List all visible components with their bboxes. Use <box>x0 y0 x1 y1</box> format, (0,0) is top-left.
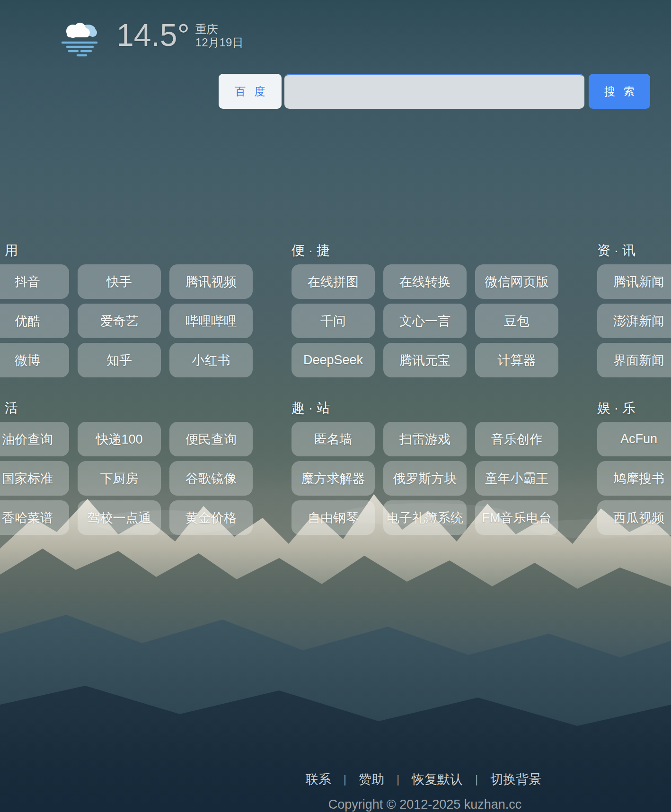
link-button[interactable]: 千问 <box>291 304 375 338</box>
footer-links: 联系 | 赞助 | 恢复默认 | 切换背景 <box>306 771 542 788</box>
link-button[interactable]: 扫雷游戏 <box>383 422 467 456</box>
section-title: 活 <box>0 401 253 415</box>
link-button[interactable]: 豆包 <box>475 304 558 338</box>
footer-link-contact[interactable]: 联系 <box>306 771 331 788</box>
section-title: 便 · 捷 <box>291 244 558 258</box>
link-button[interactable]: 音乐创作 <box>475 422 558 456</box>
search-engine-button[interactable]: 百度 <box>219 74 282 109</box>
link-button[interactable]: 童年小霸王 <box>475 461 558 496</box>
search-submit-button[interactable]: 搜索 <box>589 74 650 109</box>
temperature: 14.5° <box>116 18 190 52</box>
start-page: 14.5° 重庆 12月19日 百度 搜索 用 抖音 快手 腾讯视频 优酷 爱奇… <box>0 0 671 812</box>
weather-date: 12月19日 <box>195 36 243 49</box>
section-convenient: 便 · 捷 在线拼图 在线转换 微信网页版 千问 文心一言 豆包 DeepSee… <box>291 244 558 377</box>
link-button[interactable]: 谷歌镜像 <box>169 461 253 496</box>
link-button[interactable]: 在线转换 <box>383 264 467 299</box>
link-button[interactable]: 下厨房 <box>78 461 161 496</box>
link-button[interactable]: 优酷 <box>0 304 69 338</box>
link-button[interactable]: 界面新闻 <box>597 343 671 377</box>
section-title: 娱 · 乐 <box>597 401 671 415</box>
footer-separator: | <box>397 773 399 786</box>
link-button[interactable]: 爱奇艺 <box>78 304 161 338</box>
link-button[interactable]: 魔方求解器 <box>291 461 375 496</box>
fog-weather-icon <box>60 20 100 58</box>
link-button[interactable]: 在线拼图 <box>291 264 375 299</box>
link-button[interactable]: 俄罗斯方块 <box>383 461 467 496</box>
link-button[interactable]: 黄金价格 <box>169 500 253 535</box>
link-button[interactable]: 腾讯新闻 <box>597 264 671 299</box>
footer-separator: | <box>475 773 478 786</box>
link-button[interactable]: 知乎 <box>78 343 161 377</box>
link-button[interactable]: 鸠摩搜书 <box>597 461 671 496</box>
link-button[interactable]: 便民查询 <box>169 422 253 456</box>
link-button[interactable]: 香哈菜谱 <box>0 500 69 535</box>
link-button[interactable]: 西瓜视频 <box>597 500 671 535</box>
weather-city: 重庆 <box>195 23 243 36</box>
link-button[interactable]: 电子礼簿系统 <box>383 500 467 535</box>
grid-column-3: 资 · 讯 腾讯新闻 澎湃新闻 界面新闻 娱 · 乐 AcFun 鸠摩搜书 西瓜… <box>597 244 671 535</box>
search-bar: 百度 搜索 <box>219 74 650 109</box>
footer-link-restore-default[interactable]: 恢复默认 <box>412 771 463 788</box>
link-button[interactable]: 腾讯视频 <box>169 264 253 299</box>
section-life: 活 油价查询 快递100 便民查询 国家标准 下厨房 谷歌镜像 香哈菜谱 驾校一… <box>0 401 253 535</box>
link-button[interactable]: 计算器 <box>475 343 558 377</box>
link-button[interactable]: 腾讯元宝 <box>383 343 467 377</box>
section-fun-sites: 趣 · 站 匿名墙 扫雷游戏 音乐创作 魔方求解器 俄罗斯方块 童年小霸王 自由… <box>291 401 558 535</box>
footer-link-sponsor[interactable]: 赞助 <box>359 771 384 788</box>
footer-separator: | <box>344 773 346 786</box>
link-button[interactable]: 国家标准 <box>0 461 69 496</box>
weather-widget[interactable]: 14.5° 重庆 12月19日 <box>60 18 243 58</box>
link-button[interactable]: FM音乐电台 <box>475 500 558 535</box>
grid-column-1: 用 抖音 快手 腾讯视频 优酷 爱奇艺 哔哩哔哩 微博 知乎 小红书 活 油价查… <box>0 244 253 535</box>
link-button[interactable]: 自由钢琴 <box>291 500 375 535</box>
link-button[interactable]: 驾校一点通 <box>78 500 161 535</box>
section-common: 用 抖音 快手 腾讯视频 优酷 爱奇艺 哔哩哔哩 微博 知乎 小红书 <box>0 244 253 377</box>
link-button[interactable]: 微博 <box>0 343 69 377</box>
link-button[interactable]: 匿名墙 <box>291 422 375 456</box>
link-button[interactable]: 小红书 <box>169 343 253 377</box>
link-button[interactable]: 文心一言 <box>383 304 467 338</box>
link-button[interactable]: 哔哩哔哩 <box>169 304 253 338</box>
section-entertainment: 娱 · 乐 AcFun 鸠摩搜书 西瓜视频 <box>597 401 671 535</box>
grid-column-2: 便 · 捷 在线拼图 在线转换 微信网页版 千问 文心一言 豆包 DeepSee… <box>291 244 558 535</box>
link-button[interactable]: AcFun <box>597 422 671 456</box>
link-button[interactable]: 抖音 <box>0 264 69 299</box>
section-title: 用 <box>0 244 253 258</box>
search-input[interactable] <box>284 74 584 109</box>
section-title: 资 · 讯 <box>597 244 671 258</box>
link-grid: 用 抖音 快手 腾讯视频 优酷 爱奇艺 哔哩哔哩 微博 知乎 小红书 活 油价查… <box>0 244 671 535</box>
link-button[interactable]: DeepSeek <box>291 343 375 377</box>
link-button[interactable]: 快手 <box>78 264 161 299</box>
section-title: 趣 · 站 <box>291 401 558 415</box>
link-button[interactable]: 油价查询 <box>0 422 69 456</box>
link-button[interactable]: 澎湃新闻 <box>597 304 671 338</box>
link-button[interactable]: 微信网页版 <box>475 264 558 299</box>
section-news: 资 · 讯 腾讯新闻 澎湃新闻 界面新闻 <box>597 244 671 377</box>
footer-link-switch-background[interactable]: 切换背景 <box>490 771 541 788</box>
link-button[interactable]: 快递100 <box>78 422 161 456</box>
copyright: Copyright © 2012-2025 kuzhan.cc <box>328 797 522 812</box>
